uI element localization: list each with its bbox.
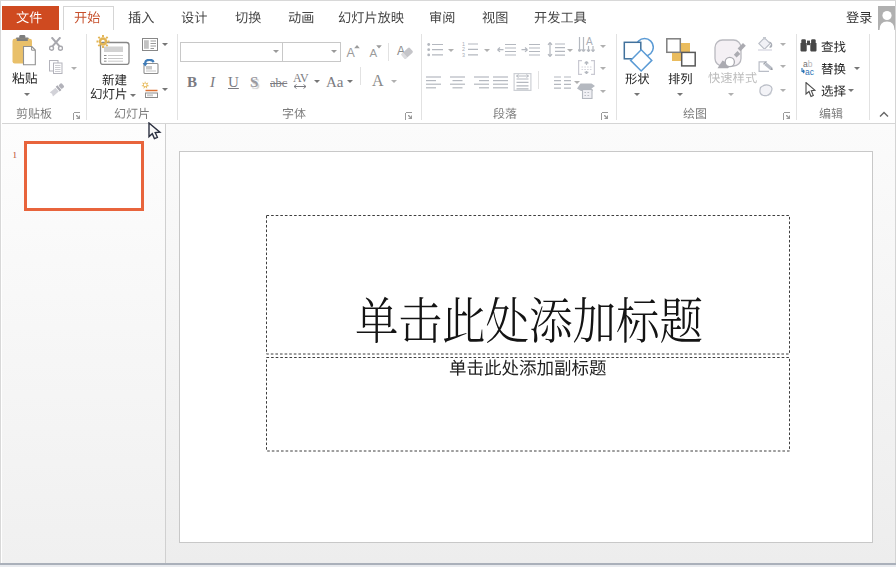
svg-text:ac: ac xyxy=(805,67,815,76)
svg-text:3: 3 xyxy=(462,52,465,57)
svg-text:A: A xyxy=(586,37,593,47)
svg-text:AV: AV xyxy=(293,72,309,85)
